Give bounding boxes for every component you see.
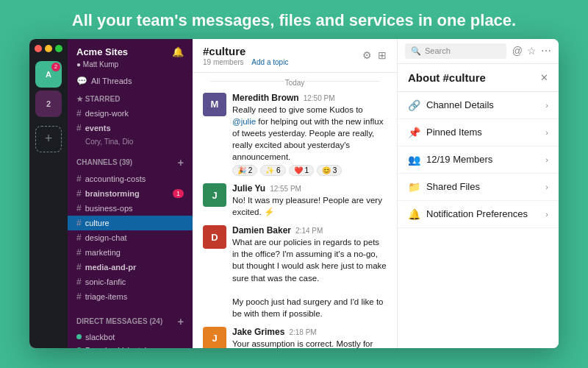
hash-icon: #	[76, 247, 82, 258]
chat-main: #culture 19 members Add a topic ⚙ ⊞ Toda…	[193, 39, 397, 348]
add-topic-link[interactable]: Add a topic	[251, 58, 288, 66]
dm-header: DIRECT MESSAGES (24) +	[68, 313, 193, 330]
sidebar-item-design-work[interactable]: # design-work	[68, 106, 193, 121]
more-icon[interactable]: ⋯	[541, 45, 551, 57]
members-icon: 👥	[408, 154, 420, 166]
notification-preferences-label: Notification Preferences	[426, 208, 528, 219]
add-channel-icon[interactable]: +	[178, 157, 184, 169]
sidebar-item-business-ops[interactable]: # business-ops	[68, 201, 193, 216]
channels-header: CHANNELS (39) +	[68, 154, 193, 171]
right-panel-search-bar: 🔍 Search @ ☆ ⋯	[398, 39, 559, 64]
mention[interactable]: @julie	[232, 117, 256, 126]
message-header-3: Damien Baker 2:14 PM	[232, 225, 387, 236]
username-label: ● Matt Kump	[68, 60, 193, 73]
shared-files-icon: 📁	[408, 181, 420, 193]
workspace-icon-2[interactable]: 2	[35, 91, 62, 117]
panel-item-pinned-items[interactable]: 📌 Pinned Items ›	[398, 119, 559, 146]
members-label: 12/19 Members	[426, 154, 492, 165]
sidebar-item-media-and-pr[interactable]: # media-and-pr	[68, 260, 193, 275]
message-text-3: What are our policies in regards to pets…	[232, 236, 387, 319]
workspace-name[interactable]: Acme Sites	[76, 46, 128, 57]
hero-text: All your team's messages, files and serv…	[57, 0, 531, 39]
sidebar-item-accounting-costs[interactable]: # accounting-costs	[68, 171, 193, 186]
message-2: J Julie Yu 12:55 PM No! It was my pleasu…	[203, 180, 387, 221]
chat-messages: Today M Meredith Brown 12:50 PM Really n…	[193, 73, 397, 348]
avatar-damien: D	[203, 225, 226, 249]
sidebar-item-design-chat[interactable]: # design-chat	[68, 230, 193, 245]
hash-icon: #	[76, 203, 82, 213]
avatar-meredith: M	[203, 93, 226, 116]
pinned-items-icon: 📌	[408, 127, 420, 138]
add-dm-icon[interactable]: +	[178, 316, 184, 328]
settings-icon[interactable]: ⚙	[362, 49, 372, 61]
chevron-right-icon-3: ›	[545, 155, 548, 164]
message-time-3: 2:14 PM	[295, 227, 323, 235]
hash-icon: #	[76, 233, 82, 243]
shared-files-label: Shared Files	[426, 181, 480, 192]
panel-item-left-1: 🔗 Channel Details	[408, 99, 494, 111]
maximize-button[interactable]	[55, 45, 62, 52]
message-time-1: 12:50 PM	[304, 94, 335, 102]
at-icon[interactable]: @	[512, 45, 523, 57]
search-icon: 🔍	[411, 46, 421, 56]
search-box[interactable]: 🔍 Search	[405, 43, 506, 59]
panel-item-members[interactable]: 👥 12/19 Members ›	[398, 146, 559, 174]
right-panel: 🔍 Search @ ☆ ⋯ About #culture ✕ 🔗 Channe…	[397, 39, 559, 348]
panel-item-left-2: 📌 Pinned Items	[408, 127, 482, 138]
chevron-right-icon-4: ›	[545, 183, 548, 191]
message-content-4: Jake Grimes 2:18 PM Your assumption is c…	[232, 327, 387, 348]
message-text-1: Really need to give some Kudos to @julie…	[232, 104, 387, 163]
panel-item-left-5: 🔔 Notification Preferences	[408, 208, 528, 220]
traffic-lights	[35, 45, 62, 52]
starred-section: ★ STARRED # design-work # events Cory, T…	[68, 89, 193, 151]
all-threads-item[interactable]: 💬 All Threads	[68, 73, 193, 89]
hash-icon: #	[76, 188, 82, 199]
close-icon[interactable]: ✕	[540, 72, 548, 83]
panel-item-shared-files[interactable]: 📁 Shared Files ›	[398, 174, 559, 201]
sidebar-item-events[interactable]: # events	[68, 121, 193, 135]
hash-icon: #	[76, 291, 82, 302]
message-author-1: Meredith Brown	[232, 93, 299, 103]
notification-bell-icon[interactable]: 🔔	[172, 46, 184, 57]
workspace-icon-1[interactable]: A 2	[35, 61, 62, 88]
chat-header: #culture 19 members Add a topic ⚙ ⊞	[193, 39, 397, 73]
chevron-right-icon: ›	[545, 101, 548, 110]
message-header-4: Jake Grimes 2:18 PM	[232, 327, 387, 337]
right-panel-header: About #culture ✕	[398, 64, 559, 92]
minimize-button[interactable]	[45, 45, 52, 52]
sidebar-item-sonic-fanfic[interactable]: # sonic-fanfic	[68, 275, 193, 289]
sidebar-item-brainstorming[interactable]: # brainstorming 1	[68, 186, 193, 201]
star-icon[interactable]: ☆	[527, 45, 537, 57]
grid-icon[interactable]: ⊞	[378, 49, 387, 61]
message-author-4: Jake Grimes	[232, 327, 284, 337]
message-text-4: Your assumption is correct. Mostly for a…	[232, 338, 387, 348]
message-1: M Meredith Brown 12:50 PM Really need to…	[203, 90, 387, 179]
reaction-sparkle[interactable]: ✨ 6	[260, 165, 285, 176]
message-text-2: No! It was my pleasure! People are very …	[232, 194, 387, 218]
message-author-3: Damien Baker	[232, 225, 291, 236]
panel-item-left-3: 👥 12/19 Members	[408, 154, 492, 166]
avatar-julie: J	[203, 183, 226, 207]
sidebar-item-marketing[interactable]: # marketing	[68, 245, 193, 260]
panel-items-list: 🔗 Channel Details › 📌 Pinned Items › 👥 1…	[398, 92, 559, 228]
icon-strip: A 2 2 +	[29, 39, 68, 348]
dm-slackbot[interactable]: slackbot	[68, 330, 193, 344]
channel-details-icon: 🔗	[408, 99, 420, 111]
right-panel-title: About #culture	[408, 71, 486, 84]
sidebar-item-events-members: Cory, Tina, Dio	[68, 135, 193, 148]
channel-details-label: Channel Details	[426, 99, 494, 110]
panel-item-channel-details[interactable]: 🔗 Channel Details ›	[398, 92, 559, 119]
sidebar-item-triage-items[interactable]: # triage-items	[68, 289, 193, 304]
close-button[interactable]	[35, 45, 42, 52]
reaction-heart[interactable]: ❤️ 1	[289, 165, 314, 176]
panel-item-left-4: 📁 Shared Files	[408, 181, 480, 193]
reaction-smile[interactable]: 😊 3	[317, 165, 342, 176]
add-workspace-button[interactable]: +	[35, 126, 62, 152]
sidebar-item-culture[interactable]: # culture	[68, 216, 193, 230]
panel-item-notification-preferences[interactable]: 🔔 Notification Preferences ›	[398, 201, 559, 228]
message-time-4: 2:18 PM	[289, 328, 316, 336]
hash-icon: #	[76, 174, 82, 184]
dm-brandon[interactable]: Brandon Velestuk	[68, 344, 193, 348]
hash-icon: #	[76, 123, 82, 133]
reaction-party[interactable]: 🎉 2	[232, 165, 257, 176]
